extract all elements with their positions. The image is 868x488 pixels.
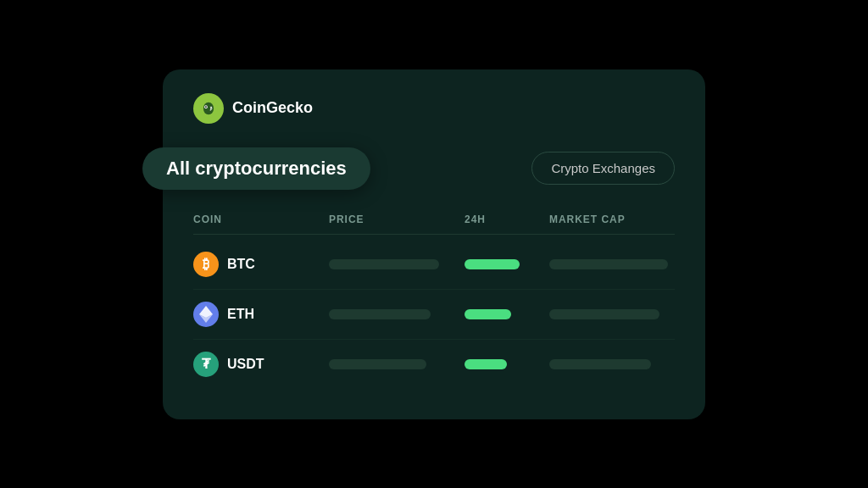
eth-icon <box>193 302 219 327</box>
btc-marketcap-bar <box>549 259 668 269</box>
btc-price-bar <box>329 259 439 269</box>
btc-24h-bar-container <box>465 259 549 269</box>
usdt-24h-bar <box>465 359 507 369</box>
usdt-price-bar-container <box>329 359 465 369</box>
btc-label: BTC <box>227 257 255 272</box>
table-row: ₮ USDT <box>193 340 675 389</box>
usdt-marketcap-bar-container <box>549 359 685 369</box>
logo-icon <box>193 93 224 124</box>
coin-cell-usdt: ₮ USDT <box>193 352 329 377</box>
nav-crypto-exchanges[interactable]: Crypto Exchanges <box>531 152 675 185</box>
col-header-price: PRICE <box>329 214 465 225</box>
usdt-label: USDT <box>227 357 264 372</box>
table-header: COIN PRICE 24H MARKET CAP <box>193 214 675 235</box>
col-header-marketcap: MARKET CAP <box>549 214 685 225</box>
table-row: ₿ BTC <box>193 240 675 290</box>
usdt-marketcap-bar <box>549 359 651 369</box>
btc-marketcap-bar-container <box>549 259 685 269</box>
header: CoinGecko <box>193 93 675 124</box>
btc-price-bar-container <box>329 259 465 269</box>
eth-price-bar-container <box>329 309 465 319</box>
nav-all-crypto[interactable]: All cryptocurrencies <box>142 147 370 190</box>
eth-24h-bar <box>465 309 511 319</box>
btc-icon: ₿ <box>193 252 219 277</box>
usdt-icon: ₮ <box>193 352 219 377</box>
col-header-coin: COIN <box>193 214 329 225</box>
nav-bar: All cryptocurrencies Crypto Exchanges <box>193 147 675 190</box>
svg-point-3 <box>205 106 207 108</box>
usdt-price-bar <box>329 359 426 369</box>
table-row: ETH <box>193 290 675 340</box>
col-header-24h: 24H <box>465 214 549 225</box>
eth-label: ETH <box>227 307 254 322</box>
btc-24h-bar <box>465 259 520 269</box>
eth-marketcap-bar-container <box>549 309 685 319</box>
brand-name: CoinGecko <box>232 99 313 117</box>
usdt-24h-bar-container <box>465 359 549 369</box>
eth-price-bar <box>329 309 431 319</box>
coin-cell-btc: ₿ BTC <box>193 252 329 277</box>
coin-cell-eth: ETH <box>193 302 329 327</box>
eth-marketcap-bar <box>549 309 659 319</box>
eth-24h-bar-container <box>465 309 549 319</box>
main-card: CoinGecko All cryptocurrencies Crypto Ex… <box>163 69 705 419</box>
